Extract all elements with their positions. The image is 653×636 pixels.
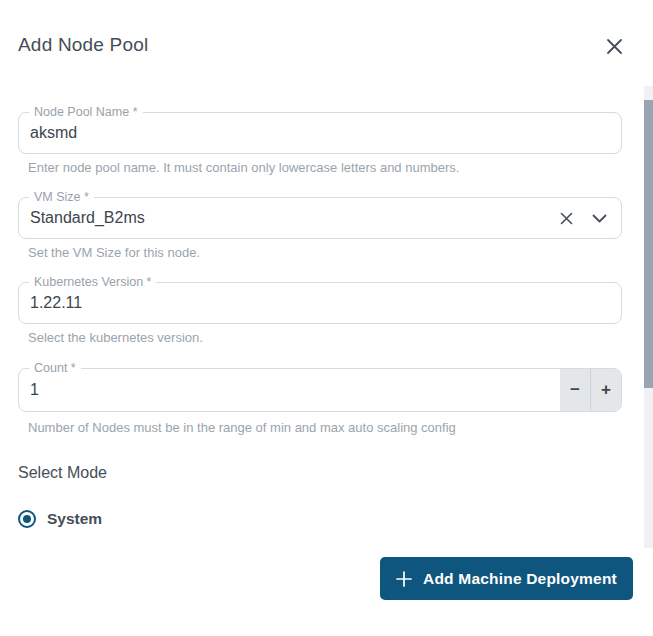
plus-icon — [396, 571, 412, 587]
plus-icon[interactable]: + — [591, 369, 621, 411]
count-input[interactable]: 1 — [30, 369, 39, 411]
add-node-pool-dialog: Add Node Pool Node Pool Name * aksmd Ent… — [0, 0, 653, 636]
kubernetes-version-field[interactable]: Kubernetes Version * 1.22.11 — [18, 282, 622, 324]
add-machine-deployment-label: Add Machine Deployment — [423, 570, 617, 588]
radio-option-system[interactable]: System — [18, 510, 102, 528]
minus-icon[interactable]: − — [560, 369, 590, 411]
select-mode-heading: Select Mode — [18, 464, 107, 482]
add-machine-deployment-button[interactable]: Add Machine Deployment — [380, 557, 633, 600]
close-icon[interactable] — [602, 34, 626, 58]
scrollbar-track[interactable] — [644, 86, 653, 548]
kubernetes-version-input[interactable]: 1.22.11 — [30, 283, 82, 323]
radio-selected-icon[interactable] — [18, 510, 36, 528]
vm-size-input[interactable]: Standard_B2ms — [30, 198, 145, 238]
count-helper: Number of Nodes must be in the range of … — [28, 420, 456, 435]
dialog-title: Add Node Pool — [18, 34, 148, 56]
node-pool-name-helper: Enter node pool name. It must contain on… — [28, 160, 459, 175]
node-pool-name-field[interactable]: Node Pool Name * aksmd — [18, 112, 622, 154]
vm-size-helper: Set the VM Size for this node. — [28, 245, 200, 260]
node-pool-name-input[interactable]: aksmd — [30, 113, 77, 153]
vm-size-field[interactable]: VM Size * Standard_B2ms — [18, 197, 622, 239]
scrollbar-thumb[interactable] — [644, 100, 653, 388]
count-stepper: − + — [560, 369, 621, 411]
chevron-down-icon[interactable] — [592, 214, 607, 223]
count-field[interactable]: Count * 1 − + — [18, 368, 622, 412]
radio-label: System — [47, 510, 102, 528]
clear-icon[interactable] — [560, 212, 573, 225]
kubernetes-version-helper: Select the kubernetes version. — [28, 330, 203, 345]
